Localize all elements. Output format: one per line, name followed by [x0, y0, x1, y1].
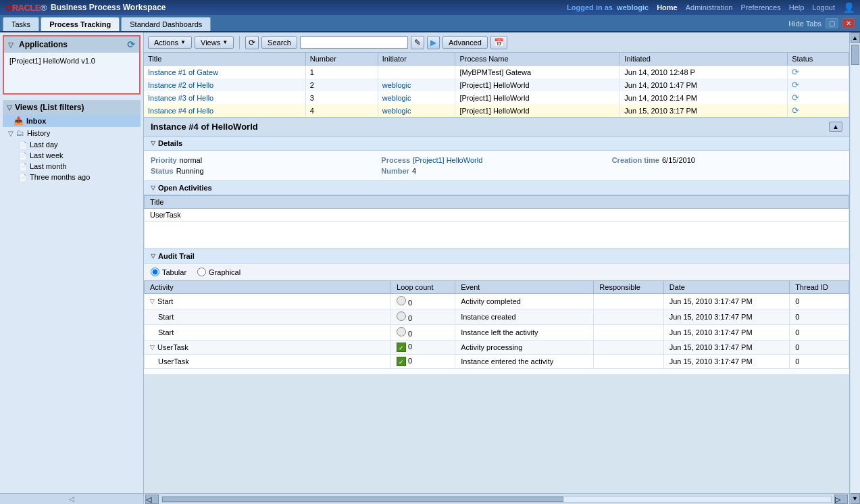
nav-help[interactable]: Help: [789, 3, 805, 11]
instances-table-header: Title Number Initiator Process Name Init…: [144, 53, 849, 66]
calendar-button[interactable]: 📅: [490, 36, 507, 49]
detail-status: Status Running: [151, 167, 381, 175]
nav-logout[interactable]: Logout: [812, 3, 835, 11]
audit-row[interactable]: ▽ Start 0 Activity completed: [145, 294, 849, 309]
vscroll-track[interactable]: [851, 43, 860, 493]
advanced-button[interactable]: Advanced: [442, 36, 488, 49]
page-icon-threemonths: 📄: [19, 174, 27, 181]
audit-cell-date: Jun 15, 2010 3:17:47 PM: [663, 309, 789, 325]
applications-collapse-icon: ▽: [8, 41, 14, 49]
cell-title: Instance #1 of Gatew: [144, 66, 305, 79]
start-search-button[interactable]: ▶: [427, 36, 440, 49]
applications-header[interactable]: ▽ Applications ⟳: [4, 36, 139, 53]
audit-cell-loop: ✓ 0: [391, 341, 455, 355]
vertical-scrollbar[interactable]: ▲ ▼: [849, 32, 860, 504]
three-months-label: Three months ago: [30, 173, 90, 181]
maximize-icon[interactable]: ▢: [826, 18, 838, 28]
initiator-link-4[interactable]: weblogic: [382, 107, 411, 115]
audit-cell-event: Instance left the activity: [455, 325, 594, 341]
inbox-label: Inbox: [26, 117, 46, 125]
actions-button[interactable]: Actions ▼: [148, 36, 192, 49]
bottom-scrollbar[interactable]: ◁ ▷: [144, 493, 849, 504]
tab-process-tracking[interactable]: Process Tracking: [41, 17, 120, 31]
open-activities-header[interactable]: ▽ Open Activities: [144, 181, 849, 195]
search-input[interactable]: [300, 36, 408, 49]
close-tab-icon[interactable]: ✕: [842, 18, 855, 28]
sidebar-item-last-month[interactable]: 📄 Last month: [14, 161, 141, 172]
hscroll-right[interactable]: ▷: [834, 495, 848, 504]
tabular-radio-label[interactable]: Tabular: [151, 268, 186, 276]
views-button[interactable]: Views ▼: [195, 36, 234, 49]
sidebar-item-last-day[interactable]: 📄 Last day: [14, 139, 141, 150]
table-row[interactable]: Instance #3 of Hello 3 weblogic [Project…: [144, 91, 849, 104]
status-icon-1: ⟳: [792, 67, 799, 77]
audit-trail-label: Audit Trail: [158, 252, 195, 260]
loop-value-2: 0: [408, 314, 412, 322]
advanced-label: Advanced: [449, 39, 482, 47]
applications-refresh-icon[interactable]: ⟳: [127, 39, 135, 50]
audit-cell-thread: 0: [790, 355, 849, 369]
app-item-helloworld[interactable]: [Project1] HelloWorld v1.0: [7, 55, 136, 66]
initiator-link-3[interactable]: weblogic: [382, 94, 411, 102]
applications-list: [Project1] HelloWorld v1.0: [4, 53, 139, 93]
col-process: Process Name: [455, 53, 620, 66]
audit-cell-event: Instance entered the activity: [455, 355, 594, 369]
details-section-header[interactable]: ▽ Details: [144, 136, 849, 151]
nav-administration[interactable]: Administration: [686, 3, 733, 11]
logged-in-label: Logged in as weblogic: [567, 3, 649, 11]
col-status: Status: [788, 53, 849, 66]
row-toggle-4[interactable]: ▽: [150, 344, 155, 351]
graphical-radio[interactable]: [197, 268, 206, 276]
sidebar-expand-btn[interactable]: ◁: [0, 493, 143, 504]
audit-row[interactable]: ▽ UserTask ✓ 0 Activity processing: [145, 341, 849, 355]
instance-title-link-3[interactable]: Instance #3 of Hello: [148, 94, 213, 102]
detail-collapse-button[interactable]: ▲: [829, 122, 842, 132]
tab-standard-dashboards[interactable]: Standard Dashboards: [121, 17, 211, 31]
sidebar-item-three-months[interactable]: 📄 Three months ago: [14, 172, 141, 182]
audit-trail-header[interactable]: ▽ Audit Trail: [144, 249, 849, 263]
audit-col-responsible: Responsible: [594, 281, 663, 294]
views-header[interactable]: ▽ Views (List filters): [3, 100, 141, 115]
nav-preferences[interactable]: Preferences: [740, 3, 780, 11]
search-button[interactable]: Search: [261, 36, 297, 49]
audit-row[interactable]: UserTask ✓ 0 Instance entered the activi…: [145, 355, 849, 369]
sidebar-item-last-week[interactable]: 📄 Last week: [14, 150, 141, 161]
vscroll-up[interactable]: ▲: [851, 32, 860, 43]
audit-row[interactable]: Start 0 Instance created Jun 15, 2010 3:…: [145, 309, 849, 325]
instance-title-link-1[interactable]: Instance #1 of Gatew: [148, 68, 218, 76]
table-row[interactable]: Instance #4 of Hello 4 weblogic [Project…: [144, 104, 849, 117]
tabular-radio[interactable]: [151, 268, 159, 276]
tab-tasks[interactable]: Tasks: [3, 17, 39, 31]
audit-cell-responsible: [594, 355, 663, 369]
initiator-link-2[interactable]: weblogic: [382, 81, 411, 89]
audit-cell-thread: 0: [790, 294, 849, 309]
instance-title-link-4[interactable]: Instance #4 of Hello: [148, 107, 213, 115]
row-toggle-1[interactable]: ▽: [150, 298, 155, 305]
table-row[interactable]: Instance #1 of Gatew 1 [MyBPMTest] Gatew…: [144, 66, 849, 79]
vscroll-down[interactable]: ▼: [851, 493, 860, 504]
sidebar-item-history[interactable]: ▽ 🗂 History: [3, 127, 141, 139]
graphical-radio-label[interactable]: Graphical: [197, 268, 241, 276]
open-activities-row[interactable]: UserTask: [145, 209, 849, 222]
clear-search-button[interactable]: ✎: [411, 36, 424, 49]
hscroll-track[interactable]: [161, 496, 832, 503]
sidebar-item-inbox[interactable]: 📥 Inbox: [3, 115, 141, 127]
views-label: Views (List filters): [15, 103, 84, 112]
history-toggle[interactable]: ▽: [8, 130, 14, 137]
process-value[interactable]: [Project1] HelloWorld: [413, 156, 482, 164]
table-row[interactable]: Instance #2 of Hello 2 weblogic [Project…: [144, 78, 849, 91]
vscroll-thumb[interactable]: [851, 45, 859, 65]
hscroll-thumb[interactable]: [162, 497, 563, 502]
refresh-button[interactable]: ⟳: [245, 36, 259, 49]
hscroll-left[interactable]: ◁: [145, 495, 159, 504]
actions-dropdown-icon: ▼: [180, 39, 186, 45]
col-initiator: Initiator: [378, 53, 455, 66]
hide-tabs-label[interactable]: Hide Tabs: [788, 20, 821, 28]
tabular-label: Tabular: [162, 268, 186, 276]
history-children: 📄 Last day 📄 Last week 📄 Last month 📄 Th…: [3, 139, 141, 182]
audit-row[interactable]: Start 0 Instance left the activity Jun 1…: [145, 325, 849, 341]
cell-status: ⟳: [788, 91, 849, 104]
open-activities-header-row: Title: [145, 196, 849, 209]
nav-home[interactable]: Home: [657, 3, 678, 11]
instance-title-link-2[interactable]: Instance #2 of Hello: [148, 81, 213, 89]
